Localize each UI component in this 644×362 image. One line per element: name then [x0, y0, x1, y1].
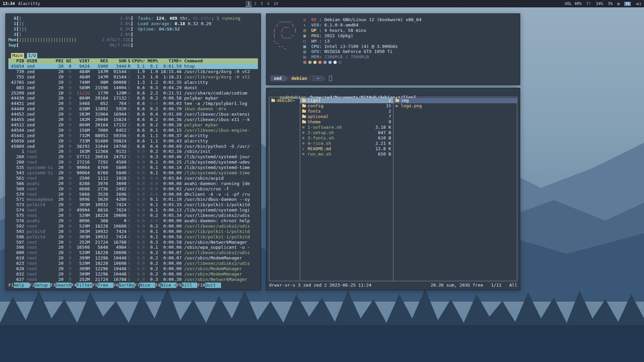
process-row[interactable]: 883zed200589M2159614004S0.60.30:04.29dun…: [8, 85, 258, 90]
process-row[interactable]: 44430zed200804M2016417132S0.60.20:00.58p…: [8, 96, 258, 101]
column-header-shr[interactable]: SHR: [108, 58, 126, 64]
process-row[interactable]: 570root200586835282696S0.00.00:00.00dhcl…: [8, 192, 258, 197]
volume-indicator[interactable]: VOL 40%: [565, 1, 582, 6]
file-list-item[interactable]: ⚙3-fonts.sh610 B: [300, 135, 393, 141]
column-header-user[interactable]: USER: [24, 58, 53, 64]
fkey-nice[interactable]: F8Nice +: [155, 283, 176, 288]
workspace-button-3[interactable]: 3: [258, 1, 265, 7]
process-row[interactable]: 44455zed200182M2004015824S0.60.20:00.36/…: [8, 117, 258, 122]
process-row[interactable]: 755zed200484M147M91544S1.31.91:18.21/usr…: [8, 74, 258, 80]
fkey-kill[interactable]: F9Kill: [176, 283, 198, 288]
preview-item[interactable]: img: [393, 98, 517, 103]
process-row[interactable]: 592root200529M1822810608S0.00.20:00.00/u…: [8, 224, 258, 229]
process-row[interactable]: 596polkitd200303M109327424S0.00.10:00.58…: [8, 234, 258, 240]
file-list-item[interactable]: theme9: [300, 119, 393, 125]
fkey-search[interactable]: F3Search: [50, 283, 71, 288]
process-row[interactable]: 535systemd-ti2009006467605840S0.00.10:00…: [8, 165, 258, 170]
file-list-item[interactable]: ⚙2-setup.sh847 B: [300, 130, 393, 135]
column-header-cpu[interactable]: CPU%▽: [132, 58, 145, 64]
language-badge[interactable]: FR: [624, 2, 631, 6]
fastfetch-window[interactable]: _____ / __ \ | / | | \___- -_ --_ ◎OS : …: [266, 13, 520, 85]
column-header-res[interactable]: RES: [90, 58, 108, 64]
process-row[interactable]: 730zed200484M147M91544S1.91.918:15.46/us…: [8, 69, 258, 74]
meter-value: 0K/7.45G: [110, 43, 131, 48]
process-row[interactable]: 45654zed200942459003444R5.10.10:01.59hto…: [8, 64, 258, 69]
fkey-quit[interactable]: F10Quit: [197, 283, 221, 288]
workspace-button-2[interactable]: 2: [252, 1, 258, 7]
workspace-button-10[interactable]: 10: [271, 1, 280, 7]
process-row[interactable]: 600root200529M1822810608S0.00.20:00.07/u…: [8, 250, 258, 255]
process-row[interactable]: 574root2004990488167624S0.00.10:00.13/li…: [8, 207, 258, 213]
process-table-header[interactable]: PIDUSERPRINIVIRTRESSHRSCPU%▽MEM%TIME+Com…: [8, 58, 258, 64]
wallpaper-ground: [0, 325, 644, 362]
process-row[interactable]: 637root200252M2172416788S0.00.30:00.30/u…: [8, 277, 258, 282]
process-row[interactable]: 543systemd-ti2009006467605840S0.00.10:00…: [8, 170, 258, 176]
workspace-button-1[interactable]: 1: [246, 1, 252, 7]
column-header-mem[interactable]: MEM%: [145, 58, 158, 64]
process-row[interactable]: 44452zed200263M3196416944S0.60.40:01.60/…: [8, 112, 258, 117]
file-list-item[interactable]: ⚙run_me.sh650 B: [300, 152, 393, 157]
tab-main[interactable]: Main: [11, 53, 24, 58]
process-row[interactable]: 573polkitd200303M109327424S0.00.10:03.33…: [8, 202, 258, 207]
preview-item[interactable]: ▣logo.png: [393, 103, 517, 109]
fkey-nice[interactable]: F7Nice -: [135, 283, 156, 288]
process-row[interactable]: 45441zed200732M8895259356S0.61.10:00.37a…: [8, 133, 258, 138]
process-row[interactable]: 569root200660827362492S0.00.00:00.02/usr…: [8, 186, 258, 192]
workspace-button-4[interactable]: 4: [265, 1, 271, 7]
process-row[interactable]: 619root200309M1229610448S0.00.20:00.07/u…: [8, 255, 258, 261]
file-manager-window[interactable]: zed@debian /home/zed/Documents/GitHub/de…: [266, 88, 520, 290]
process-row[interactable]: 44440zed200638M128925920S0.60.20:00.70ib…: [8, 106, 258, 112]
fkey-setup[interactable]: F2Setup: [30, 283, 51, 288]
process-row[interactable]: 575root200529M1822810608S0.00.20:05.34/u…: [8, 213, 258, 218]
parent-dir-item[interactable]: debian~: [269, 98, 300, 103]
process-row[interactable]: 576avahi20080963680S0.00.00:00.00avahi-d…: [8, 218, 258, 224]
tab-io[interactable]: I/O: [27, 53, 37, 58]
process-row[interactable]: 566avahi200828839763608S0.00.00:00.08ava…: [8, 181, 258, 186]
column-header-virt[interactable]: VIRT: [71, 58, 90, 64]
cpu-meter: 1[||3.8%]: [8, 21, 133, 26]
process-row[interactable]: 25209zed2001122G177M129MS0.62.20:21.51/u…: [8, 90, 258, 96]
column-header-time[interactable]: TIME+: [158, 58, 181, 64]
fkey-tree[interactable]: F5Tree: [92, 283, 113, 288]
fkey-sortby[interactable]: F6SortBy: [113, 283, 135, 288]
column-header-command[interactable]: Command: [181, 58, 258, 64]
process-row[interactable]: 44431zed2005468852764S0.60.00:00.03tee -…: [8, 101, 258, 106]
process-row[interactable]: 597root200252M2172416788S0.00.30:00.58/u…: [8, 240, 258, 245]
process-row[interactable]: 623root200529M1822810608S0.00.20:00.00/u…: [8, 261, 258, 266]
process-row[interactable]: 280root2002721672924560S0.00.10:00.25/li…: [8, 160, 258, 165]
fkey-filter[interactable]: F4Filter: [71, 283, 93, 288]
keyboard-layout-indicator[interactable]: fr: [586, 1, 591, 6]
process-row[interactable]: 598root2001650858484984S0.00.10:00.08/sb…: [8, 245, 258, 250]
file-list-item[interactable]: ↓README.md12.8 K: [300, 146, 393, 152]
process-row[interactable]: 44544zed200156M70806452S0.60.10:00.15/us…: [8, 128, 258, 133]
column-header-pid[interactable]: PID: [8, 58, 24, 64]
file-list-item[interactable]: optional7: [300, 114, 393, 119]
htop-window[interactable]: 0[|2.6%]1[||3.8%]2[|||6.3%]3[|2.6%]Mem[|…: [5, 13, 261, 290]
process-row[interactable]: 561root200250011121028S0.00.00:03.84/usr…: [8, 176, 258, 181]
terminal-cursor[interactable]: [329, 76, 332, 81]
speaker-icon[interactable]: ◄)): [636, 2, 641, 6]
file-list-item[interactable]: [ign]2: [300, 98, 393, 103]
process-row[interactable]: 571messagebus200999656204280S0.00.10:01.…: [8, 197, 258, 202]
column-header-s[interactable]: S: [126, 58, 132, 64]
file-list-item[interactable]: config15: [300, 103, 393, 109]
process-row[interactable]: 42765zed200740M98M60008S1.31.20:02.35ala…: [8, 80, 258, 85]
process-row[interactable]: 593polkitd200303M109327424S0.00.10:00.00…: [8, 229, 258, 234]
process-row[interactable]: 628root200309M1229610448S0.00.20:00.00/u…: [8, 266, 258, 272]
file-list-item[interactable]: fonts2: [300, 109, 393, 114]
column-header-pri[interactable]: PRI: [53, 58, 63, 64]
column-header-ni[interactable]: NI: [63, 58, 71, 64]
process-row[interactable]: 45656zed200733M9148059824S0.61.10:00.43a…: [8, 138, 258, 144]
process-row[interactable]: 632root200309M1229610448S0.00.20:00.00/u…: [8, 272, 258, 277]
file-size: 2: [388, 109, 391, 114]
fkey-help[interactable]: F1Help: [8, 283, 30, 288]
file-list-item[interactable]: ⚙4-rice.sh2.21 K: [300, 141, 393, 146]
process-row[interactable]: 260root200577122601624752S0.00.30:00.46/…: [8, 154, 258, 160]
process-row[interactable]: 1root200163M123689132S0.00.20:02.16/sbin…: [8, 149, 258, 154]
parent-pane: debian~: [269, 97, 300, 281]
sysinfo-pkg: ▣PKG: 2022 (dpkg): [303, 33, 421, 39]
process-row[interactable]: 44512zed200804M2016417132S0.60.20:00.28p…: [8, 122, 258, 128]
file-list-item[interactable]: ⚙1-software.sh3.18 K: [300, 125, 393, 130]
process-row[interactable]: 45869zed200382923104410748S0.60.40:00.69…: [8, 144, 258, 149]
network-icon[interactable]: ▦: [617, 2, 620, 6]
